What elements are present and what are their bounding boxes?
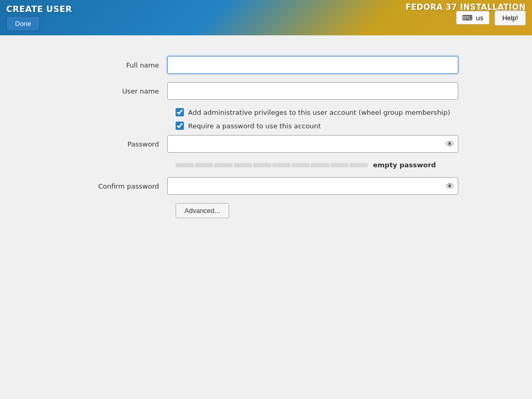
password-strength-row: empty password — [74, 161, 458, 169]
password-strength-label: empty password — [373, 161, 436, 169]
strength-seg-4 — [234, 163, 252, 167]
admin-checkbox[interactable] — [176, 108, 184, 116]
strength-seg-9 — [330, 163, 349, 167]
strength-seg-8 — [311, 163, 329, 167]
page-title: CREATE USER — [6, 4, 72, 14]
confirm-password-row: Confirm password 👁 — [74, 177, 458, 195]
strength-seg-2 — [195, 163, 213, 167]
require-password-row: Require a password to use this account — [74, 122, 458, 130]
strength-seg-3 — [214, 163, 232, 167]
password-input[interactable] — [167, 135, 458, 153]
confirm-password-toggle-icon[interactable]: 👁 — [446, 181, 454, 191]
strength-seg-1 — [176, 163, 194, 167]
keyboard-layout-selector[interactable]: ⌨ us — [456, 11, 489, 24]
admin-checkbox-label[interactable]: Add administrative privileges to this us… — [188, 109, 450, 116]
main-content: Full name User name Add administrative p… — [0, 35, 532, 399]
header-left: CREATE USER Done — [6, 4, 72, 31]
header: CREATE USER Done FEDORA 37 INSTALLATION … — [0, 0, 532, 35]
strength-seg-10 — [350, 163, 368, 167]
keyboard-layout-label: us — [476, 14, 484, 22]
require-password-label[interactable]: Require a password to use this account — [188, 122, 321, 130]
admin-checkbox-row: Add administrative privileges to this us… — [74, 108, 458, 116]
full-name-input[interactable] — [167, 56, 458, 74]
form-container: Full name User name Add administrative p… — [53, 56, 479, 218]
header-right: ⌨ us Help! — [456, 10, 526, 25]
advanced-button[interactable]: Advanced... — [176, 203, 229, 218]
password-row: Password 👁 — [74, 135, 458, 153]
full-name-label: Full name — [74, 61, 167, 69]
password-toggle-icon[interactable]: 👁 — [446, 139, 454, 149]
app-title: FEDORA 37 INSTALLATION — [406, 3, 526, 12]
strength-seg-5 — [253, 163, 271, 167]
user-name-input[interactable] — [167, 82, 458, 100]
password-label: Password — [74, 140, 167, 148]
done-button[interactable]: Done — [6, 16, 40, 31]
confirm-password-input-wrapper: 👁 — [167, 177, 458, 195]
keyboard-icon: ⌨ — [462, 14, 472, 22]
password-strength-bar — [176, 163, 368, 167]
password-input-wrapper: 👁 — [167, 135, 458, 153]
full-name-row: Full name — [74, 56, 458, 74]
user-name-row: User name — [74, 82, 458, 100]
confirm-password-label: Confirm password — [74, 182, 167, 190]
user-name-label: User name — [74, 87, 167, 95]
advanced-row: Advanced... — [74, 203, 458, 218]
strength-seg-6 — [272, 163, 290, 167]
require-password-checkbox[interactable] — [176, 122, 184, 130]
strength-seg-7 — [291, 163, 310, 167]
confirm-password-input[interactable] — [167, 177, 458, 195]
help-button[interactable]: Help! — [495, 10, 526, 25]
